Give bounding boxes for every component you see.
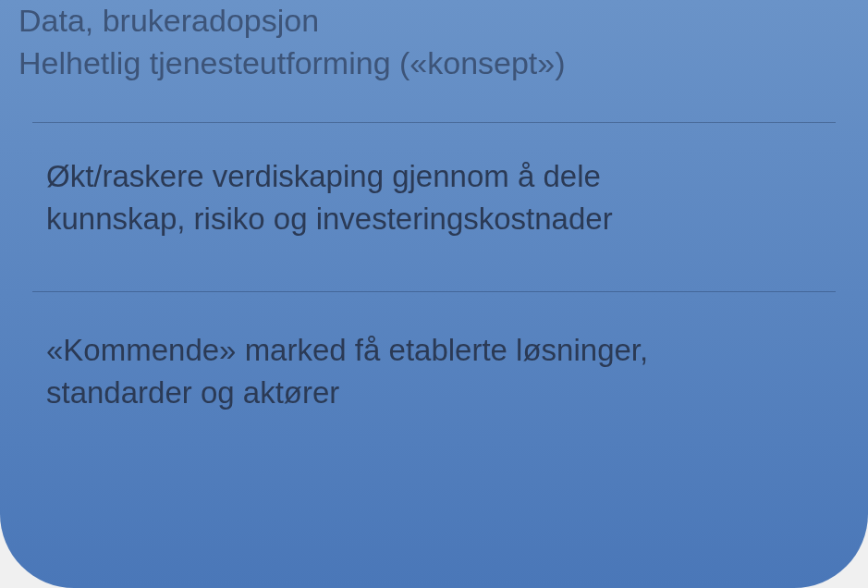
section-bottom: «Kommende» marked få etablerte løsninger…	[0, 292, 868, 460]
top-text-line-1: Data, brukeradopsjon	[18, 0, 822, 43]
middle-text-line-2: kunnskap, risiko og investeringskostnade…	[46, 198, 822, 240]
slide-container: Data, brukeradopsjon Helhetlig tjenesteu…	[0, 0, 868, 588]
section-top: Data, brukeradopsjon Helhetlig tjenesteu…	[0, 0, 868, 122]
section-middle: Økt/raskere verdiskaping gjennom å dele …	[0, 123, 868, 291]
bottom-text-line-2: standarder og aktører	[46, 372, 822, 414]
middle-text-line-1: Økt/raskere verdiskaping gjennom å dele	[46, 155, 822, 198]
bottom-text-line-1: «Kommende» marked få etablerte løsninger…	[46, 329, 822, 372]
top-text-line-2: Helhetlig tjenesteutforming («konsept»)	[18, 43, 822, 85]
